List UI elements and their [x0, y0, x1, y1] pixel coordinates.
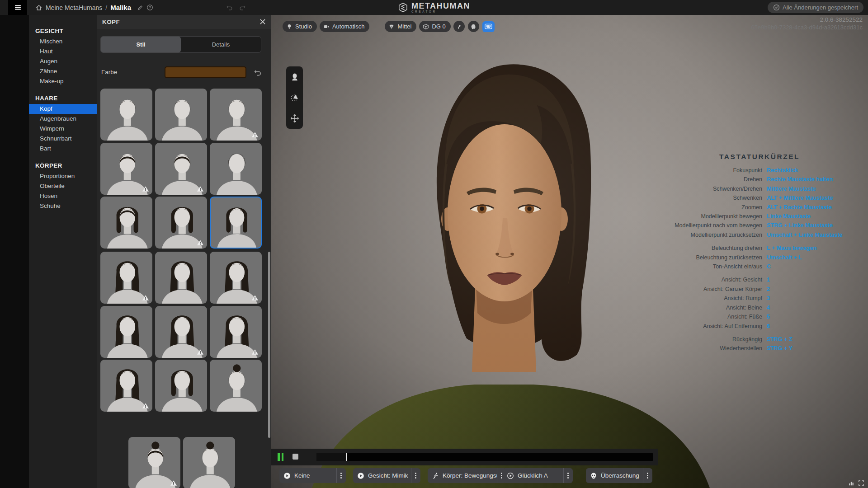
chip-menu-button[interactable] [563, 468, 573, 483]
head-profile-icon [470, 23, 476, 30]
hairstyle-thumbnail-bob[interactable] [210, 197, 262, 249]
sidebar-item-haut[interactable]: Haut [29, 47, 97, 56]
sidebar-item-hosen[interactable]: Hosen [29, 191, 97, 201]
viewport-setting-dg-0[interactable]: DG 0 [419, 21, 450, 32]
face-mask-icon [590, 472, 597, 479]
play-circle-solid-icon [283, 472, 291, 479]
viewport-setting-mittel[interactable]: Mittel [385, 21, 416, 32]
fullscreen-icon[interactable] [858, 480, 864, 486]
sidebar-item-zähne[interactable]: Zähne [29, 66, 97, 76]
shortcut-key: Rechte Maustaste halten [767, 175, 855, 184]
sidebar-item-wimpern[interactable]: Wimpern [29, 124, 97, 134]
kebab-icon [567, 473, 569, 479]
category-sidebar: GESICHTMischenHautAugenZähneMake-upHAARE… [29, 15, 97, 488]
top-bar: Meine MetaHumans / Malika METAHUMAN CREA… [0, 0, 868, 15]
hairstyle-thumbnail-long[interactable] [210, 252, 262, 304]
hairstyle-thumbnail-wavy-bob[interactable] [155, 197, 207, 249]
hairstyle-thumbnail-long-straight[interactable] [100, 360, 152, 412]
chip-menu-button[interactable] [643, 468, 652, 483]
render-viewport[interactable]: StudioAutomatischMittelDG 0 2.0.6-382525… [271, 15, 868, 488]
rename-icon[interactable] [137, 5, 143, 11]
shortcut-row: DrehenRechte Maustaste halten [664, 175, 855, 184]
redo-icon[interactable] [239, 4, 246, 11]
hairstyle-thumbnail-short[interactable] [100, 89, 152, 141]
sidebar-item-proportionen[interactable]: Proportionen [29, 171, 97, 181]
animation-chip-keine[interactable]: Keine [279, 468, 346, 483]
build-info: 2.0.6-38252522 65e9b9b0-7328-4ca3-d94d-a… [751, 16, 863, 31]
hairstyle-thumbnail-short-side[interactable] [210, 89, 262, 141]
check-circle-icon [773, 4, 780, 11]
logo-subtitle: CREATOR [411, 10, 470, 14]
hairstyle-thumbnail-long-side[interactable] [100, 252, 152, 304]
menu-button[interactable] [8, 0, 27, 15]
hairstyle-thumbnail-pixie-bangs[interactable] [155, 143, 207, 195]
shortcut-row: ZoomenALT + Rechte Maustaste [664, 203, 855, 212]
help-icon[interactable] [146, 4, 153, 11]
shortcut-label: Modellierpunkt nach vorn bewegen [664, 221, 762, 230]
animation-chip-label: Gesicht: Mimik [368, 472, 408, 479]
sidebar-item-augenbrauen[interactable]: Augenbrauen [29, 114, 97, 124]
shortcut-key: Umschalt + L [767, 253, 855, 262]
chip-menu-button[interactable] [411, 468, 420, 483]
sidebar-item-bart[interactable]: Bart [29, 144, 97, 154]
animation-chip-gesicht-mimik[interactable]: Gesicht: Mimik [353, 468, 420, 483]
sidebar-item-make-up[interactable]: Make-up [29, 76, 97, 86]
hairstyle-thumbnail-long-straight[interactable] [210, 306, 262, 358]
lod-cube-icon [423, 23, 429, 30]
hairstyle-thumbnail-bob-bangs[interactable] [100, 197, 152, 249]
hairstyle-thumbnail-long[interactable] [155, 252, 207, 304]
stop-button[interactable] [292, 454, 298, 460]
timeline[interactable] [316, 453, 653, 461]
animation-chip-glücklich-a[interactable]: Glücklich A [503, 468, 573, 483]
animation-chip-körper-bewegungsum[interactable]: Körper: Bewegungsum [428, 468, 506, 483]
sidebar-item-mischen[interactable]: Mischen [29, 37, 97, 47]
hairstyle-thumbnail-short-wavy[interactable] [155, 89, 207, 141]
shortcut-label: Ton-Ansicht ein/aus [664, 262, 762, 271]
hairstyle-thumbnail-wavy-long[interactable] [100, 306, 152, 358]
hairstyle-thumbnail-bun-side[interactable] [183, 437, 235, 488]
timeline-playhead[interactable] [346, 453, 347, 461]
history-controls [226, 0, 246, 15]
performance-stats-icon[interactable] [848, 480, 854, 486]
hairstyle-thumbnail-mid-bob[interactable] [155, 360, 207, 412]
hairstyle-thumbnail-bun-bangs[interactable] [128, 437, 180, 488]
hairstyle-thumbnail-slicked-back[interactable] [210, 143, 262, 195]
sidebar-item-oberteile[interactable]: Oberteile [29, 181, 97, 191]
sidebar-item-kopf[interactable]: Kopf [29, 104, 97, 114]
camera-icon [323, 23, 330, 30]
viewport-setting-automatisch[interactable]: Automatisch [320, 21, 370, 32]
groom-icon [456, 23, 462, 30]
home-icon[interactable] [35, 4, 42, 11]
pause-button[interactable] [278, 453, 284, 461]
viewport-setting-studio[interactable]: Studio [283, 21, 317, 32]
keyboard-button[interactable] [482, 21, 495, 32]
groom-button[interactable] [453, 21, 465, 32]
move-tool-icon[interactable] [290, 114, 299, 123]
animation-chip-überraschung[interactable]: Überraschung [586, 468, 652, 483]
breadcrumb-root[interactable]: Meine MetaHumans [46, 4, 102, 11]
head-tool-icon[interactable] [290, 72, 299, 81]
shortcuts-title: TASTATURKÜRZEL [664, 153, 855, 161]
chip-menu-button[interactable] [336, 468, 346, 483]
shortcut-label: Ansicht: Füße [664, 312, 762, 321]
shortcut-key: STRG + Y [767, 344, 855, 353]
breadcrumb-current: Malika [110, 4, 131, 11]
kebab-icon [501, 473, 502, 479]
panel-scrollbar[interactable] [268, 252, 270, 438]
hairstyle-thumbnail-long[interactable] [155, 306, 207, 358]
shortcut-label: Modellierpunkt bewegen [664, 212, 762, 221]
undo-icon[interactable] [226, 4, 233, 11]
hairstyle-thumbnail-short-fringe[interactable] [100, 143, 152, 195]
sidebar-item-schnurrbart[interactable]: Schnurrbart [29, 134, 97, 144]
shortcut-label: Schwenken [664, 193, 762, 202]
shortcut-key: ALT + Mittlere Maustaste [767, 193, 855, 202]
sidebar-item-schuhe[interactable]: Schuhe [29, 201, 97, 211]
sidebar-item-augen[interactable]: Augen [29, 56, 97, 66]
kopf-panel: KOPF Stil Details Farbe [97, 15, 271, 488]
sculpt-tool-icon[interactable] [290, 93, 299, 102]
head-profile-button[interactable] [468, 21, 479, 32]
viewport-corner-controls [848, 480, 864, 486]
hairstyle-thumbnail-updo-bun[interactable] [210, 360, 262, 412]
hamburger-icon [14, 4, 22, 11]
shortcut-key: 4 [767, 303, 855, 312]
